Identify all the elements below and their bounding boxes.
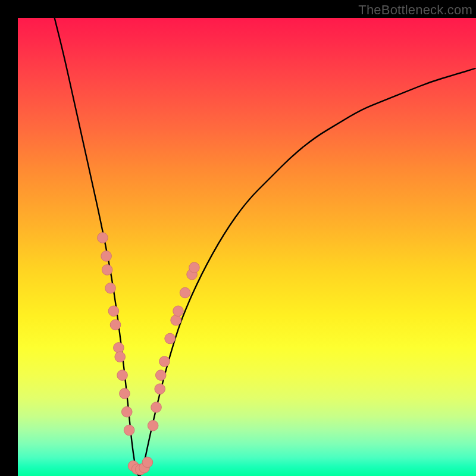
marker-dot — [151, 402, 162, 413]
curve-layer — [18, 18, 476, 476]
marker-dot — [121, 406, 132, 417]
marker-dot — [115, 352, 126, 362]
marker-dot — [108, 306, 119, 317]
marker-dot — [114, 343, 124, 353]
marker-dot — [173, 306, 184, 317]
marker-dot — [159, 356, 170, 367]
marker-dot — [120, 389, 130, 399]
marker-dot — [101, 251, 112, 262]
watermark-text: TheBottleneck.com — [358, 2, 472, 18]
marker-dot — [117, 370, 128, 381]
marker-dot — [124, 425, 134, 436]
marker-dot — [155, 370, 166, 381]
marker-dot — [102, 265, 112, 275]
plot-area — [18, 18, 476, 476]
marker-dot — [165, 333, 176, 344]
marker-dot — [110, 320, 121, 330]
bottleneck-curve — [55, 18, 476, 476]
marker-dot — [189, 262, 200, 273]
marker-dot — [98, 233, 108, 243]
marker-dot — [180, 287, 190, 298]
marker-dot — [148, 421, 158, 431]
marker-dot — [142, 457, 153, 468]
chart-frame: TheBottleneck.com — [0, 0, 476, 476]
marker-dot — [171, 315, 181, 325]
data-markers — [98, 233, 200, 475]
marker-dot — [105, 283, 116, 294]
marker-dot — [155, 384, 165, 394]
